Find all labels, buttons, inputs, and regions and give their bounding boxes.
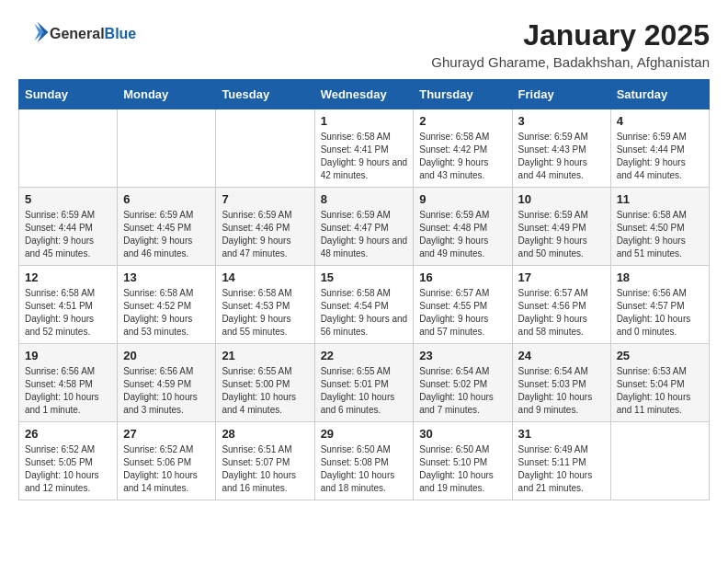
day-of-week-monday: Monday — [118, 80, 216, 109]
day-info: Sunrise: 6:50 AM Sunset: 5:08 PM Dayligh… — [321, 443, 408, 495]
calendar-cell — [19, 109, 118, 188]
day-info: Sunrise: 6:58 AM Sunset: 4:53 PM Dayligh… — [222, 287, 308, 339]
calendar-cell: 18Sunrise: 6:56 AM Sunset: 4:57 PM Dayli… — [610, 266, 709, 344]
day-number: 6 — [123, 192, 210, 206]
day-number: 20 — [123, 349, 210, 362]
calendar-cell: 6Sunrise: 6:59 AM Sunset: 4:45 PM Daylig… — [118, 188, 216, 266]
day-info: Sunrise: 6:59 AM Sunset: 4:43 PM Dayligh… — [518, 131, 605, 182]
week-row-3: 12Sunrise: 6:58 AM Sunset: 4:51 PM Dayli… — [19, 266, 710, 344]
day-number: 19 — [25, 349, 111, 362]
day-info: Sunrise: 6:56 AM Sunset: 4:57 PM Dayligh… — [617, 287, 703, 339]
day-number: 11 — [617, 192, 703, 206]
day-info: Sunrise: 6:54 AM Sunset: 5:03 PM Dayligh… — [518, 365, 605, 417]
day-info: Sunrise: 6:52 AM Sunset: 5:06 PM Dayligh… — [123, 443, 210, 495]
day-info: Sunrise: 6:59 AM Sunset: 4:47 PM Dayligh… — [321, 209, 408, 260]
calendar-cell: 8Sunrise: 6:59 AM Sunset: 4:47 PM Daylig… — [314, 188, 414, 266]
day-info: Sunrise: 6:57 AM Sunset: 4:55 PM Dayligh… — [419, 287, 506, 339]
day-info: Sunrise: 6:58 AM Sunset: 4:50 PM Dayligh… — [617, 209, 703, 260]
calendar-cell: 22Sunrise: 6:55 AM Sunset: 5:01 PM Dayli… — [314, 344, 414, 422]
calendar-cell: 4Sunrise: 6:59 AM Sunset: 4:44 PM Daylig… — [610, 109, 709, 188]
day-info: Sunrise: 6:58 AM Sunset: 4:54 PM Dayligh… — [321, 287, 408, 339]
day-number: 26 — [25, 427, 111, 441]
day-number: 22 — [321, 349, 408, 362]
calendar-cell: 11Sunrise: 6:58 AM Sunset: 4:50 PM Dayli… — [610, 188, 709, 266]
day-info: Sunrise: 6:53 AM Sunset: 5:04 PM Dayligh… — [617, 365, 703, 417]
day-of-week-sunday: Sunday — [19, 80, 118, 109]
title-section: January 2025 Ghurayd Gharame, Badakhshan… — [431, 18, 710, 70]
day-number: 28 — [222, 427, 308, 441]
day-info: Sunrise: 6:58 AM Sunset: 4:52 PM Dayligh… — [123, 287, 210, 339]
day-info: Sunrise: 6:58 AM Sunset: 4:42 PM Dayligh… — [419, 131, 506, 182]
day-info: Sunrise: 6:58 AM Sunset: 4:51 PM Dayligh… — [25, 287, 111, 339]
days-of-week-row: SundayMondayTuesdayWednesdayThursdayFrid… — [19, 80, 710, 109]
calendar-cell: 30Sunrise: 6:50 AM Sunset: 5:10 PM Dayli… — [414, 422, 512, 500]
day-info: Sunrise: 6:56 AM Sunset: 4:58 PM Dayligh… — [25, 365, 111, 417]
calendar-cell — [610, 422, 709, 500]
week-row-4: 19Sunrise: 6:56 AM Sunset: 4:58 PM Dayli… — [19, 344, 710, 422]
calendar-cell: 26Sunrise: 6:52 AM Sunset: 5:05 PM Dayli… — [19, 422, 118, 500]
calendar-cell: 31Sunrise: 6:49 AM Sunset: 5:11 PM Dayli… — [512, 422, 610, 500]
calendar-cell: 28Sunrise: 6:51 AM Sunset: 5:07 PM Dayli… — [216, 422, 314, 500]
calendar-cell: 3Sunrise: 6:59 AM Sunset: 4:43 PM Daylig… — [512, 109, 610, 188]
logo: GeneralBlue — [18, 18, 136, 50]
day-info: Sunrise: 6:59 AM Sunset: 4:46 PM Dayligh… — [222, 209, 308, 260]
day-number: 16 — [419, 270, 506, 284]
day-number: 14 — [222, 270, 308, 284]
calendar-cell: 2Sunrise: 6:58 AM Sunset: 4:42 PM Daylig… — [414, 109, 512, 188]
calendar-header: SundayMondayTuesdayWednesdayThursdayFrid… — [19, 80, 710, 109]
calendar-cell: 21Sunrise: 6:55 AM Sunset: 5:00 PM Dayli… — [216, 344, 314, 422]
day-of-week-saturday: Saturday — [610, 80, 709, 109]
day-info: Sunrise: 6:52 AM Sunset: 5:05 PM Dayligh… — [25, 443, 111, 495]
day-info: Sunrise: 6:51 AM Sunset: 5:07 PM Dayligh… — [222, 443, 308, 495]
day-number: 13 — [123, 270, 210, 284]
day-number: 12 — [25, 270, 111, 284]
day-number: 1 — [321, 114, 408, 128]
day-number: 15 — [321, 270, 408, 284]
day-info: Sunrise: 6:59 AM Sunset: 4:49 PM Dayligh… — [518, 209, 605, 260]
calendar-cell — [216, 109, 314, 188]
calendar-cell — [118, 109, 216, 188]
day-of-week-friday: Friday — [512, 80, 610, 109]
day-number: 17 — [518, 270, 605, 284]
day-number: 4 — [617, 114, 703, 128]
calendar-cell: 20Sunrise: 6:56 AM Sunset: 4:59 PM Dayli… — [118, 344, 216, 422]
day-number: 25 — [617, 349, 703, 362]
day-info: Sunrise: 6:49 AM Sunset: 5:11 PM Dayligh… — [518, 443, 605, 495]
day-info: Sunrise: 6:50 AM Sunset: 5:10 PM Dayligh… — [419, 443, 506, 495]
day-info: Sunrise: 6:58 AM Sunset: 4:41 PM Dayligh… — [321, 131, 408, 182]
day-info: Sunrise: 6:55 AM Sunset: 5:01 PM Dayligh… — [321, 365, 408, 417]
day-info: Sunrise: 6:57 AM Sunset: 4:56 PM Dayligh… — [518, 287, 605, 339]
week-row-2: 5Sunrise: 6:59 AM Sunset: 4:44 PM Daylig… — [19, 188, 710, 266]
day-info: Sunrise: 6:59 AM Sunset: 4:45 PM Dayligh… — [123, 209, 210, 260]
day-info: Sunrise: 6:59 AM Sunset: 4:44 PM Dayligh… — [617, 131, 703, 182]
calendar-cell: 23Sunrise: 6:54 AM Sunset: 5:02 PM Dayli… — [414, 344, 512, 422]
calendar-cell: 24Sunrise: 6:54 AM Sunset: 5:03 PM Dayli… — [512, 344, 610, 422]
day-number: 7 — [222, 192, 308, 206]
day-number: 30 — [419, 427, 506, 441]
day-number: 5 — [25, 192, 111, 206]
day-number: 23 — [419, 349, 506, 362]
calendar-cell: 16Sunrise: 6:57 AM Sunset: 4:55 PM Dayli… — [414, 266, 512, 344]
day-info: Sunrise: 6:56 AM Sunset: 4:59 PM Dayligh… — [123, 365, 210, 417]
page-header: GeneralBlue January 2025 Ghurayd Gharame… — [18, 18, 710, 70]
calendar-cell: 25Sunrise: 6:53 AM Sunset: 5:04 PM Dayli… — [610, 344, 709, 422]
day-info: Sunrise: 6:59 AM Sunset: 4:48 PM Dayligh… — [419, 209, 506, 260]
day-number: 21 — [222, 349, 308, 362]
day-number: 29 — [321, 427, 408, 441]
day-number: 2 — [419, 114, 506, 128]
day-info: Sunrise: 6:59 AM Sunset: 4:44 PM Dayligh… — [25, 209, 111, 260]
day-number: 31 — [518, 427, 605, 441]
day-of-week-tuesday: Tuesday — [216, 80, 314, 109]
svg-marker-1 — [35, 24, 45, 40]
calendar-cell: 14Sunrise: 6:58 AM Sunset: 4:53 PM Dayli… — [216, 266, 314, 344]
calendar-cell: 12Sunrise: 6:58 AM Sunset: 4:51 PM Dayli… — [19, 266, 118, 344]
logo-general-text: GeneralBlue — [50, 26, 136, 42]
day-number: 8 — [321, 192, 408, 206]
calendar-cell: 10Sunrise: 6:59 AM Sunset: 4:49 PM Dayli… — [512, 188, 610, 266]
day-number: 18 — [617, 270, 703, 284]
calendar-cell: 5Sunrise: 6:59 AM Sunset: 4:44 PM Daylig… — [19, 188, 118, 266]
day-number: 27 — [123, 427, 210, 441]
day-of-week-wednesday: Wednesday — [314, 80, 414, 109]
calendar-table: SundayMondayTuesdayWednesdayThursdayFrid… — [18, 79, 710, 500]
calendar-cell: 13Sunrise: 6:58 AM Sunset: 4:52 PM Dayli… — [118, 266, 216, 344]
